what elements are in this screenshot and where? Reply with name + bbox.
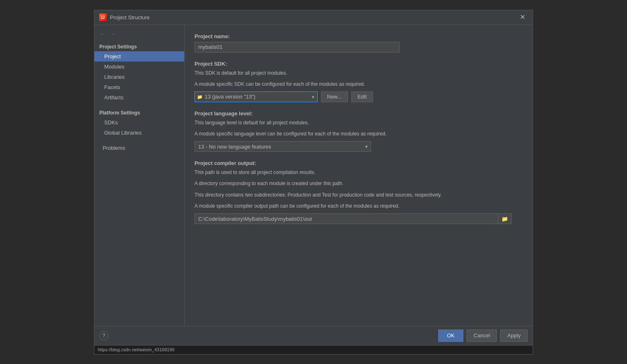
help-button[interactable]: ? bbox=[99, 331, 108, 340]
compiler-desc2: A directory corresponding to each module… bbox=[195, 180, 523, 188]
dialog-title: Project Structure bbox=[110, 14, 150, 21]
sdk-desc2: A module specific SDK can be configured … bbox=[195, 80, 523, 88]
nav-back-forward: ← → bbox=[94, 28, 184, 41]
project-compiler-label: Project compiler output: bbox=[195, 160, 523, 166]
edit-sdk-button[interactable]: Edit bbox=[351, 92, 373, 102]
project-sdk-label: Project SDK: bbox=[195, 61, 523, 67]
sidebar-item-libraries[interactable]: Libraries bbox=[94, 72, 184, 82]
output-path-input[interactable] bbox=[195, 213, 498, 224]
bottom-bar: ? OK Cancel Apply bbox=[94, 326, 533, 345]
bottom-left: ? bbox=[99, 331, 108, 340]
status-bar: https://blog.csdn.net/weixin_43168190 bbox=[94, 345, 533, 354]
sidebar-item-sdks[interactable]: SDKs bbox=[94, 117, 184, 128]
sdk-select-row: 📁 13 (java version "13") ▼ New... Edit bbox=[195, 92, 523, 102]
sidebar-item-project[interactable]: Project bbox=[94, 51, 184, 62]
compiler-desc3: This directory contains two subdirectori… bbox=[195, 191, 523, 199]
ok-button[interactable]: OK bbox=[438, 330, 463, 342]
sdk-select[interactable]: 13 (java version "13") bbox=[195, 92, 318, 102]
new-sdk-button[interactable]: New... bbox=[321, 92, 348, 102]
output-path-row: 📁 bbox=[195, 213, 523, 224]
platform-settings-header: Platform Settings bbox=[94, 108, 184, 117]
language-desc2: A module specific language level can be … bbox=[195, 130, 523, 138]
sidebar-item-artifacts[interactable]: Artifacts bbox=[94, 92, 184, 103]
compiler-desc4: A module specific compiler output path c… bbox=[195, 202, 523, 210]
sidebar-item-facets[interactable]: Facets bbox=[94, 82, 184, 92]
language-desc1: This language level is default for all p… bbox=[195, 119, 523, 127]
project-name-label: Project name: bbox=[195, 33, 523, 39]
project-settings-header: Project Settings bbox=[94, 41, 184, 51]
forward-button[interactable]: → bbox=[108, 30, 117, 38]
app-icon: IJ bbox=[99, 14, 107, 21]
apply-button[interactable]: Apply bbox=[500, 330, 528, 342]
browse-folder-button[interactable]: 📁 bbox=[498, 213, 512, 224]
sidebar-item-global-libraries[interactable]: Global Libraries bbox=[94, 128, 184, 138]
title-bar-left: IJ Project Structure bbox=[99, 14, 150, 21]
project-language-label: Project language level: bbox=[195, 110, 523, 117]
sdk-dropdown-wrapper: 📁 13 (java version "13") ▼ bbox=[195, 92, 318, 102]
project-structure-dialog: IJ Project Structure ✕ ← → Project Setti… bbox=[94, 10, 533, 355]
sdk-desc1: This SDK is default for all project modu… bbox=[195, 69, 523, 77]
project-compiler-group: Project compiler output: This path is us… bbox=[195, 160, 523, 224]
folder-icon: 📁 bbox=[501, 216, 508, 222]
project-sdk-group: Project SDK: This SDK is default for all… bbox=[195, 61, 523, 102]
cancel-button[interactable]: Cancel bbox=[467, 330, 497, 342]
project-language-group: Project language level: This language le… bbox=[195, 110, 523, 152]
close-button[interactable]: ✕ bbox=[517, 13, 528, 21]
sidebar: ← → Project Settings Project Modules Lib… bbox=[94, 25, 185, 326]
sidebar-item-modules[interactable]: Modules bbox=[94, 62, 184, 72]
project-name-input[interactable] bbox=[195, 42, 400, 53]
bottom-right: OK Cancel Apply bbox=[438, 330, 528, 342]
title-bar: IJ Project Structure ✕ bbox=[94, 10, 533, 25]
project-name-group: Project name: bbox=[195, 33, 523, 53]
status-url: https://blog.csdn.net/weixin_43168190 bbox=[98, 347, 174, 352]
main-content: Project name: Project SDK: This SDK is d… bbox=[185, 25, 533, 326]
language-dropdown-wrapper: 13 - No new language features 14 - Switc… bbox=[195, 141, 371, 152]
dialog-body: ← → Project Settings Project Modules Lib… bbox=[94, 25, 533, 326]
sidebar-item-problems[interactable]: Problems bbox=[94, 143, 184, 153]
back-button[interactable]: ← bbox=[98, 30, 107, 38]
language-level-select[interactable]: 13 - No new language features 14 - Switc… bbox=[195, 141, 371, 152]
compiler-desc1: This path is used to store all project c… bbox=[195, 169, 523, 176]
